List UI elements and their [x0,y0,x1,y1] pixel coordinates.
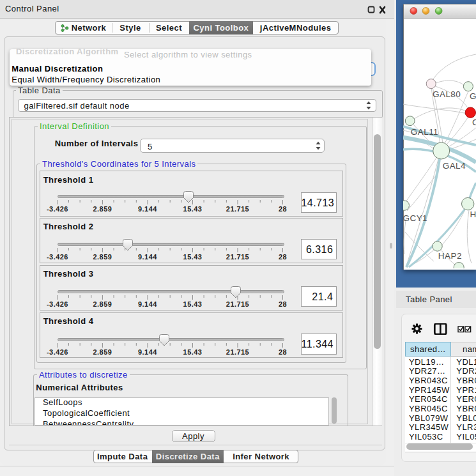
svg-text:C: C [472,118,476,127]
svg-text:H: H [470,210,476,219]
svg-text:GA: GA [470,91,476,101]
svg-text:GCY1: GCY1 [403,213,427,223]
svg-text:GAL11: GAL11 [411,127,438,137]
svg-text:GAL4: GAL4 [443,161,466,171]
svg-text:GAL80: GAL80 [433,89,461,99]
svg-text:HAP2: HAP2 [438,251,462,261]
